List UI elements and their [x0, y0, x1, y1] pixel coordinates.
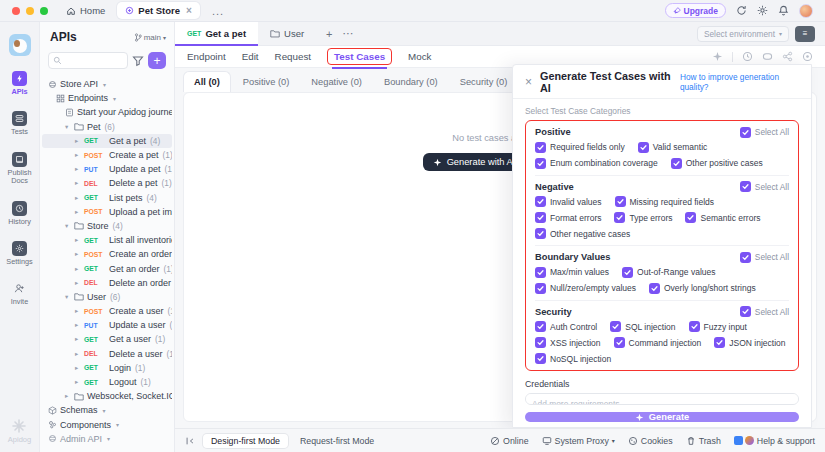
option-other-positive-cases[interactable]: Other positive cases [671, 158, 763, 169]
caret-right-icon[interactable]: ▸ [75, 364, 81, 372]
subtab-mock[interactable]: Mock [408, 51, 431, 62]
checkbox-checked-icon[interactable] [714, 337, 725, 348]
maximize-window-button[interactable] [40, 7, 48, 15]
filter-tab-all[interactable]: All (0) [183, 71, 231, 92]
online-status[interactable]: Online [490, 436, 528, 446]
tree-endpoint-list-pets[interactable]: ▸GETList pets(4) [42, 191, 172, 205]
tree-endpoint-delete-a-user[interactable]: ▸DELDelete a user(1) [42, 347, 172, 361]
checkbox-checked-icon[interactable] [649, 283, 660, 294]
checkbox-checked-icon[interactable] [535, 196, 546, 207]
caret-down-icon[interactable]: ▾ [65, 222, 71, 230]
checkbox-checked-icon[interactable] [614, 212, 625, 223]
filter-icon[interactable] [132, 55, 144, 67]
option-command-injection[interactable]: Command injection [614, 337, 702, 348]
caret-right-icon[interactable]: ▸ [75, 250, 81, 258]
checkbox-checked-icon[interactable] [740, 181, 751, 192]
option-missing-required-fields[interactable]: Missing required fields [615, 196, 715, 207]
tree-item-endpoints[interactable]: Endpoints▾ [42, 91, 172, 105]
rail-item-publish-docs[interactable]: Publish Docs [0, 152, 39, 186]
option-nosql-injection[interactable]: NoSQL injection [535, 353, 611, 364]
tree-item-schemas[interactable]: Schemas▾ [42, 403, 172, 417]
filter-tab-positive[interactable]: Positive (0) [233, 72, 300, 92]
subtab-request[interactable]: Request [275, 51, 312, 62]
filter-tab-negative[interactable]: Negative (0) [301, 72, 372, 92]
caret-down-icon[interactable]: ▾ [65, 123, 71, 131]
cookies-button[interactable]: Cookies [628, 436, 673, 446]
checkbox-checked-icon[interactable] [535, 228, 546, 239]
subtab-test-cases[interactable]: Test Cases [327, 48, 392, 65]
doc-tab-get-a-pet[interactable]: GET Get a pet [175, 22, 258, 46]
branch-selector[interactable]: main ▾ [134, 33, 166, 42]
help-support-button[interactable]: Help & support [734, 436, 815, 446]
option-null-zero-empty-values[interactable]: Null/zero/empty values [535, 283, 636, 294]
caret-right-icon[interactable]: ▸ [75, 151, 81, 159]
tree-endpoint-login[interactable]: ▸GETLogin(1) [42, 361, 172, 375]
rail-item-history[interactable]: History [0, 201, 39, 226]
new-tab-button[interactable]: + [326, 28, 332, 40]
checkbox-checked-icon[interactable] [740, 127, 751, 138]
tree-endpoint-get-a-user[interactable]: ▸GETGet a user(1) [42, 332, 172, 346]
share-icon[interactable] [782, 51, 793, 62]
caret-right-icon[interactable]: ▸ [75, 378, 81, 386]
checkbox-checked-icon[interactable] [535, 353, 546, 364]
close-window-button[interactable] [12, 7, 20, 15]
caret-right-icon[interactable]: ▸ [75, 321, 81, 329]
option-valid-semantic[interactable]: Valid semantic [638, 142, 708, 153]
caret-down-icon[interactable]: ▾ [65, 293, 71, 301]
select-all-checkbox[interactable]: Select All [740, 306, 789, 317]
checkbox-checked-icon[interactable] [671, 158, 682, 169]
upgrade-button[interactable]: Upgrade [665, 3, 726, 18]
caret-right-icon[interactable]: ▸ [75, 279, 81, 287]
checkbox-checked-icon[interactable] [740, 252, 751, 263]
checkbox-checked-icon[interactable] [638, 142, 649, 153]
trash-button[interactable]: Trash [686, 436, 721, 446]
tree-endpoint-upload-a-pet-image[interactable]: ▸POSTUpload a pet image(1) [42, 205, 172, 219]
checkbox-checked-icon[interactable] [615, 196, 626, 207]
tree-item-pet[interactable]: ▾Pet(6) [42, 120, 172, 134]
requirements-textarea[interactable] [525, 393, 799, 405]
rail-item-settings[interactable]: Settings [0, 241, 39, 266]
option-semantic-errors[interactable]: Semantic errors [685, 212, 760, 223]
checkbox-checked-icon[interactable] [689, 321, 700, 332]
option-enum-combination-coverage[interactable]: Enum combination coverage [535, 158, 658, 169]
history-clock-icon[interactable] [742, 51, 753, 62]
option-overly-long-short-strings[interactable]: Overly long/short strings [649, 283, 756, 294]
caret-right-icon[interactable]: ▸ [75, 350, 81, 358]
environment-manage-button[interactable]: ≡ [795, 26, 815, 42]
caret-right-icon[interactable]: ▸ [65, 392, 71, 400]
environment-select[interactable]: Select environment ▾ [697, 26, 789, 42]
option-json-injection[interactable]: JSON injection [714, 337, 785, 348]
caret-right-icon[interactable]: ▸ [75, 265, 81, 273]
tree-endpoint-get-an-order[interactable]: ▸GETGet an order(1) [42, 261, 172, 275]
system-proxy-select[interactable]: System Proxy ▾ [542, 436, 615, 446]
checkbox-checked-icon[interactable] [740, 306, 751, 317]
tab-options-button[interactable]: ⋯ [343, 27, 354, 40]
generate-button[interactable]: Generate [525, 412, 799, 422]
caret-right-icon[interactable]: ▸ [75, 194, 81, 202]
caret-right-icon[interactable]: ▸ [75, 307, 81, 315]
tree-item-user[interactable]: ▾User(6) [42, 290, 172, 304]
option-xss-injection[interactable]: XSS injection [535, 337, 601, 348]
more-tabs-button[interactable]: ... [212, 5, 224, 17]
checkbox-checked-icon[interactable] [622, 267, 633, 278]
caret-right-icon[interactable]: ▸ [75, 137, 81, 145]
minimize-window-button[interactable] [26, 7, 34, 15]
add-endpoint-button[interactable]: + [148, 52, 166, 69]
capsule-icon[interactable] [762, 51, 773, 62]
checkbox-checked-icon[interactable] [535, 337, 546, 348]
rail-item-invite[interactable]: Invite [0, 281, 39, 306]
tree-endpoint-logout[interactable]: ▸GETLogout(1) [42, 375, 172, 389]
checkbox-checked-icon[interactable] [535, 142, 546, 153]
tree-endpoint-delete-a-pet[interactable]: ▸DELDelete a pet(1) [42, 176, 172, 190]
option-auth-control[interactable]: Auth Control [535, 321, 597, 332]
checkbox-checked-icon[interactable] [535, 283, 546, 294]
rail-item-apis[interactable]: APIs [0, 71, 39, 96]
traffic-lights[interactable] [12, 7, 48, 15]
subtab-edit[interactable]: Edit [242, 51, 259, 62]
caret-right-icon[interactable]: ▸ [75, 236, 81, 244]
project-tab[interactable]: Pet Store × [117, 2, 200, 19]
option-max-min-values[interactable]: Max/min values [535, 267, 609, 278]
tree-item-store[interactable]: ▾Store(4) [42, 219, 172, 233]
gear-icon[interactable] [757, 5, 768, 16]
option-format-errors[interactable]: Format errors [535, 212, 601, 223]
